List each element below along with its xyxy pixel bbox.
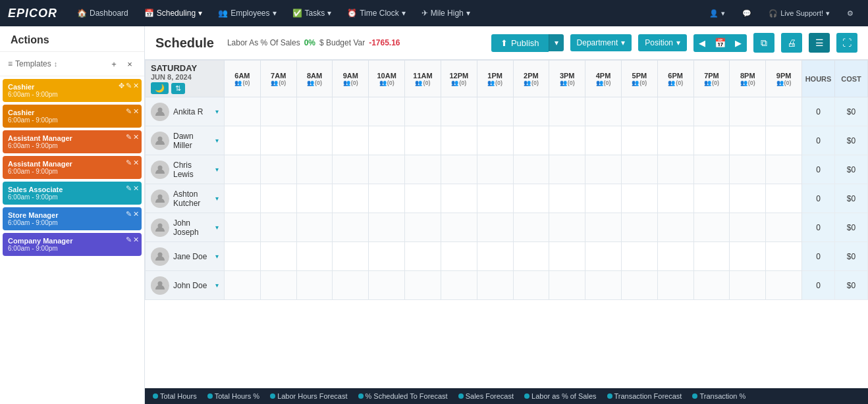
edit-icon[interactable]: ✎ [126,159,132,167]
delete-icon[interactable]: ✕ [133,133,139,141]
schedule-cell[interactable] [730,271,766,300]
schedule-cell[interactable] [693,271,730,300]
schedule-cell[interactable] [333,213,369,242]
schedule-cell[interactable] [296,97,333,126]
schedule-cell[interactable] [693,126,730,155]
footer-item[interactable]: Transaction % [692,392,746,400]
schedule-cell[interactable] [369,155,405,184]
schedule-cell[interactable] [477,213,513,242]
publish-caret-button[interactable]: ▾ [549,34,564,51]
prev-date-button[interactable]: ◀ [693,34,711,52]
schedule-cell[interactable] [657,97,693,126]
nav-chat[interactable]: 💬 [736,7,758,20]
schedule-cell[interactable] [730,184,766,213]
schedule-cell[interactable] [657,126,693,155]
schedule-cell[interactable] [296,271,333,300]
schedule-cell[interactable] [730,213,766,242]
schedule-cell[interactable] [441,97,477,126]
schedule-cell[interactable] [477,271,513,300]
schedule-cell[interactable] [369,184,405,213]
nav-employees[interactable]: 👥 Employees ▾ [211,6,283,20]
schedule-cell[interactable] [585,242,622,271]
schedule-cell[interactable] [405,155,441,184]
schedule-cell[interactable] [441,242,477,271]
schedule-cell[interactable] [260,213,296,242]
footer-item[interactable]: % Scheduled To Forecast [358,392,448,400]
schedule-cell[interactable] [549,213,585,242]
schedule-cell[interactable] [441,184,477,213]
schedule-cell[interactable] [405,271,441,300]
schedule-cell[interactable] [405,184,441,213]
schedule-cell[interactable] [549,271,585,300]
schedule-cell[interactable] [260,242,296,271]
schedule-cell[interactable] [477,97,513,126]
nav-timeclock[interactable]: ⏰ Time Clock ▾ [340,6,412,20]
templates-sort-icon[interactable]: ↕ [54,60,58,68]
copy-button[interactable]: ⧉ [753,33,774,53]
schedule-cell[interactable] [766,126,802,155]
edit-icon[interactable]: ✎ [126,133,132,141]
schedule-cell[interactable] [730,155,766,184]
schedule-cell[interactable] [513,97,549,126]
schedule-cell[interactable] [621,97,657,126]
schedule-cell[interactable] [441,271,477,300]
footer-item[interactable]: Sales Forecast [458,392,514,400]
schedule-cell[interactable] [333,155,369,184]
nav-scheduling[interactable]: 📅 Scheduling ▾ [138,6,209,20]
schedule-cell[interactable] [730,97,766,126]
schedule-cell[interactable] [766,184,802,213]
schedule-cell[interactable] [766,242,802,271]
schedule-cell[interactable] [549,97,585,126]
template-card[interactable]: ✎ ✕ Company Manager 6:00am - 9:00pm [3,233,142,256]
schedule-cell[interactable] [477,184,513,213]
schedule-cell[interactable] [260,155,296,184]
schedule-cell[interactable] [260,271,296,300]
print-button[interactable]: 🖨 [781,33,802,53]
schedule-cell[interactable] [549,184,585,213]
schedule-cell[interactable] [441,213,477,242]
sort-schedule-button[interactable]: ⇅ [171,83,185,94]
edit-icon[interactable]: ✎ [126,184,132,193]
moon-button[interactable]: 🌙 [151,82,169,94]
schedule-cell[interactable] [260,97,296,126]
schedule-cell[interactable] [585,213,622,242]
schedule-cell[interactable] [585,126,622,155]
schedule-cell[interactable] [657,213,693,242]
employee-expand-icon[interactable]: ▾ [215,224,219,231]
template-card[interactable]: ✎ ✕ Assistant Manager 6:00am - 9:00pm [3,130,142,153]
schedule-cell[interactable] [333,97,369,126]
schedule-cell[interactable] [477,242,513,271]
schedule-cell[interactable] [621,155,657,184]
schedule-cell[interactable] [766,213,802,242]
template-card[interactable]: ✎ ✕ Cashier 6:00am - 9:00pm [3,105,142,128]
schedule-cell[interactable] [621,213,657,242]
edit-icon[interactable]: ✎ [126,82,132,90]
schedule-cell[interactable] [693,242,730,271]
schedule-cell[interactable] [369,97,405,126]
schedule-cell[interactable] [730,242,766,271]
delete-icon[interactable]: ✕ [133,107,139,116]
schedule-cell[interactable] [621,126,657,155]
schedule-cell[interactable] [621,184,657,213]
nav-user[interactable]: 👤 ▾ [703,7,732,20]
schedule-cell[interactable] [657,242,693,271]
nav-dashboard[interactable]: 🏠 Dashboard [70,6,135,20]
schedule-cell[interactable] [369,242,405,271]
schedule-cell[interactable] [225,271,261,300]
schedule-cell[interactable] [477,155,513,184]
employee-expand-icon[interactable]: ▾ [215,282,219,289]
nav-settings[interactable]: ⚙ [840,7,860,20]
employee-expand-icon[interactable]: ▾ [215,108,219,115]
schedule-cell[interactable] [585,97,622,126]
schedule-cell[interactable] [225,126,261,155]
schedule-cell[interactable] [369,126,405,155]
schedule-cell[interactable] [621,242,657,271]
templates-close-btn[interactable]: × [123,57,136,70]
schedule-cell[interactable] [225,184,261,213]
schedule-cell[interactable] [225,97,261,126]
publish-button[interactable]: ⬆ Publish [491,34,549,52]
schedule-cell[interactable] [405,213,441,242]
schedule-cell[interactable] [513,126,549,155]
schedule-cell[interactable] [585,155,622,184]
employee-expand-icon[interactable]: ▾ [215,253,219,260]
